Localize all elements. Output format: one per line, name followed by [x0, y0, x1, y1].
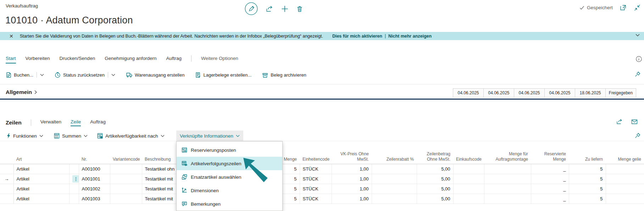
cell-variantencode[interactable]	[110, 184, 142, 194]
document-date-field[interactable]: 04.06.2025	[453, 88, 484, 98]
col-variantencode[interactable]: Variantencode	[110, 151, 142, 164]
share-icon[interactable]	[266, 5, 273, 12]
cell-zeilenrabatt[interactable]	[372, 194, 417, 204]
cell-nr[interactable]: A001001	[79, 174, 110, 184]
item-availability-menu-button[interactable]: Artikelverfügbarkeit nach	[94, 131, 168, 141]
cell-zeilenrabatt[interactable]	[372, 184, 417, 194]
cell-reserviert[interactable]: _	[531, 174, 569, 184]
cell-einheitencode[interactable]: STÜCK	[300, 194, 332, 204]
archive-document-button[interactable]: Beleg archivieren	[262, 72, 306, 78]
cell-einkaufscode[interactable]	[453, 174, 484, 184]
cell-auftragsmontage[interactable]	[484, 174, 531, 184]
create-warehouse-docs-button[interactable]: Lagerbelege erstellen...	[195, 72, 251, 78]
table-row[interactable]: Artikel A001002 Testartikel mit 5 STÜCK …	[0, 184, 644, 194]
banner-dismiss-link[interactable]: Nicht mehr anzeigen	[388, 34, 432, 39]
general-section-header[interactable]: Allgemein	[6, 89, 37, 95]
cell-einheitencode[interactable]: STÜCK	[300, 184, 332, 194]
cell-vk-preis[interactable]: 1,00	[332, 184, 372, 194]
order-date-field[interactable]: 04.06.2025	[514, 88, 545, 98]
cell-geliefert[interactable]	[606, 174, 644, 184]
col-zu-liefern[interactable]: Zu liefern	[569, 151, 606, 164]
cell-zu-liefern[interactable]: 5	[569, 194, 606, 204]
cell-einkaufscode[interactable]	[453, 164, 484, 174]
cell-zeilenbetrag[interactable]: 5,00	[417, 174, 453, 184]
cell-nr[interactable]: A001003	[79, 194, 110, 204]
cell-zu-liefern[interactable]: 5	[569, 164, 606, 174]
delete-icon[interactable]	[296, 5, 303, 12]
cell-vk-preis[interactable]: 1,00	[332, 194, 372, 204]
tab-zeile[interactable]: Zeile	[71, 119, 81, 127]
table-row[interactable]: Artikel A001003 Testartikel mit 5 STÜCK …	[0, 194, 644, 204]
cell-art[interactable]: Artikel	[13, 184, 69, 194]
table-row-selected[interactable]: → Artikel ⋮ A001001 Testartikel mit 5 ST…	[0, 174, 644, 184]
col-art[interactable]: Art	[13, 151, 69, 164]
cell-auftragsmontage[interactable]	[484, 194, 531, 204]
tab-auftrag[interactable]: Auftrag	[166, 56, 182, 63]
banner-chevron-down-icon[interactable]	[635, 34, 640, 37]
cell-einkaufscode[interactable]	[453, 194, 484, 204]
tab-drucken-senden[interactable]: Drucken/Senden	[60, 56, 95, 63]
cell-zeilenrabatt[interactable]	[372, 164, 417, 174]
cell-einheitencode[interactable]: STÜCK	[300, 174, 332, 184]
cell-zeilenbetrag[interactable]: 5,00	[417, 164, 453, 174]
tab-lines-auftrag[interactable]: Auftrag	[90, 119, 106, 127]
cell-geliefert[interactable]	[606, 184, 644, 194]
edit-icon[interactable]	[245, 2, 258, 15]
tab-vorbereiten[interactable]: Vorbereiten	[26, 56, 50, 63]
cell-reserviert[interactable]: _	[531, 164, 569, 174]
cell-zeilenbetrag[interactable]: 5,00	[417, 184, 453, 194]
cell-zeilenbetrag[interactable]: 5,00	[417, 194, 453, 204]
cell-art[interactable]: Artikel	[13, 164, 69, 174]
shipment-date-field[interactable]: 04.06.2025	[544, 88, 575, 98]
open-in-new-window-icon[interactable]	[620, 5, 626, 11]
col-reserviert[interactable]: Reservierte Menge	[531, 151, 569, 164]
cell-art[interactable]: Artikel	[13, 174, 69, 184]
cell-nr[interactable]: A001000	[79, 164, 110, 174]
cell-zu-liefern[interactable]: 5	[569, 184, 606, 194]
share-lines-icon[interactable]	[616, 119, 623, 124]
cell-einheitencode[interactable]: STÜCK	[300, 164, 332, 174]
status-field[interactable]: Freigegeben	[605, 88, 636, 98]
cell-variantencode[interactable]	[110, 194, 142, 204]
cell-einkaufscode[interactable]	[453, 184, 484, 194]
tab-start[interactable]: Start	[6, 56, 16, 63]
more-options-button[interactable]: Weitere Optionen	[201, 56, 238, 63]
col-geliefert[interactable]: Menge gelie	[606, 151, 644, 164]
col-zeilenrabatt[interactable]: Zeilenrabatt %	[372, 151, 417, 164]
cell-vk-preis[interactable]: 1,00	[332, 174, 372, 184]
tab-verwalten[interactable]: Verwalten	[40, 119, 61, 127]
col-auftragsmontage[interactable]: Menge für Auftragsmontage	[484, 151, 531, 164]
cell-variantencode[interactable]	[110, 174, 142, 184]
related-information-menu-button[interactable]: Verknüpfte Informationen	[176, 131, 243, 141]
menu-item-bemerkungen[interactable]: Bemerkungen	[177, 197, 282, 211]
col-vk-preis[interactable]: VK-Preis Ohne MwSt.	[332, 151, 372, 164]
col-nr[interactable]: Nr.	[79, 151, 110, 164]
cell-zeilenrabatt[interactable]	[372, 174, 417, 184]
table-row[interactable]: Artikel A001000 Testartikel ohn 5 STÜCK …	[0, 164, 644, 174]
col-einkaufscode[interactable]: Einkaufscode	[453, 151, 484, 164]
focus-mode-icon[interactable]	[634, 5, 640, 11]
reset-status-button[interactable]: Status zurücksetzen	[55, 72, 115, 78]
cell-geliefert[interactable]	[606, 194, 644, 204]
cell-reserviert[interactable]: _	[531, 194, 569, 204]
col-einheitencode[interactable]: Einheitencode	[300, 151, 332, 164]
col-zeilenbetrag[interactable]: Zeilenbetrag Ohne MwSt.	[417, 151, 453, 164]
cell-nr[interactable]: A001002	[79, 184, 110, 194]
banner-close-icon[interactable]: ✕	[9, 34, 13, 39]
due-date-field[interactable]: 18.06.2025	[575, 88, 606, 98]
cell-variantencode[interactable]	[110, 164, 142, 174]
pin-icon[interactable]	[635, 133, 640, 138]
create-shipment-button[interactable]: Warenausgang erstellen	[126, 72, 184, 78]
mail-icon[interactable]	[631, 119, 638, 124]
summen-menu-button[interactable]: Summen	[50, 131, 91, 141]
row-context-menu-icon[interactable]: ⋮	[72, 175, 79, 183]
menu-item-reservierungsposten[interactable]: Reservierungsposten	[177, 143, 282, 157]
cell-auftragsmontage[interactable]	[484, 184, 531, 194]
cell-zu-liefern[interactable]: 5	[569, 174, 606, 184]
pin-icon[interactable]	[635, 71, 640, 77]
menu-item-dimensionen[interactable]: Dimensionen	[177, 184, 282, 197]
cell-auftragsmontage[interactable]	[484, 164, 531, 174]
info-icon[interactable]	[636, 56, 642, 62]
tab-genehmigung-anfordern[interactable]: Genehmigung anfordern	[105, 56, 156, 63]
posting-date-field[interactable]: 04.06.2025	[483, 88, 514, 98]
